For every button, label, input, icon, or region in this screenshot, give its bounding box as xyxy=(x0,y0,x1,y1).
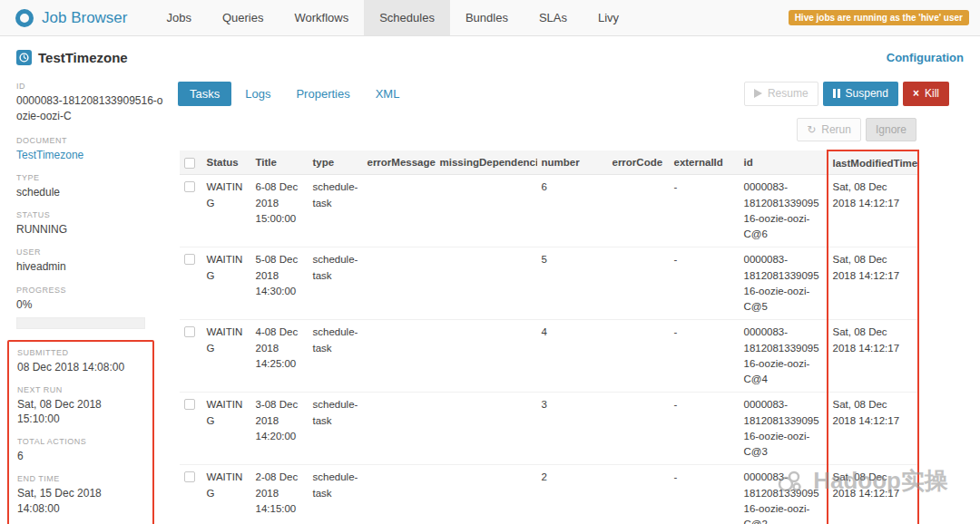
cell-errormessage xyxy=(363,247,436,320)
field-user-label: USER xyxy=(16,247,169,257)
cell-id: 0000083-181208133909516-oozie-oozi-C@5 xyxy=(740,247,828,320)
app-brand[interactable]: Job Browser xyxy=(0,0,151,35)
field-user-value: hiveadmin xyxy=(16,259,169,274)
cell-id: 0000083-181208133909516-oozie-oozi-C@3 xyxy=(740,393,828,465)
table-row[interactable]: WAITING 4-08 Dec 2018 14:25:00 schedule-… xyxy=(180,320,918,393)
row-checkbox[interactable] xyxy=(184,254,195,265)
tasks-table: Status Title type errorMessage missingDe… xyxy=(178,150,919,524)
field-next-run: NEXT RUN Sat, 08 Dec 2018 15:10:00 xyxy=(17,385,144,426)
col-header-missingdependencies: missingDependencies xyxy=(436,150,537,175)
nav-item-bundles[interactable]: Bundles xyxy=(450,0,524,35)
cell-status: WAITING xyxy=(202,247,251,320)
pause-icon xyxy=(833,89,840,98)
row-checkbox[interactable] xyxy=(184,181,195,192)
cell-type: schedule-task xyxy=(309,393,363,465)
schedule-doc-icon xyxy=(16,50,32,65)
field-total-actions-value: 6 xyxy=(17,449,144,463)
x-icon: × xyxy=(913,88,919,99)
play-icon xyxy=(754,89,762,98)
field-document: DOCUMENT TestTimezone xyxy=(16,136,169,162)
progress-bar xyxy=(16,317,145,329)
page-title: TestTimezone xyxy=(38,50,128,65)
nav-item-slas[interactable]: SLAs xyxy=(524,0,583,35)
cell-number: 6 xyxy=(537,175,608,247)
cell-errorcode xyxy=(608,393,670,465)
cell-errorcode xyxy=(608,320,670,393)
table-row[interactable]: WAITING 2-08 Dec 2018 14:15:00 schedule-… xyxy=(180,465,918,524)
field-status: STATUS RUNNING xyxy=(16,210,169,237)
field-type-value: schedule xyxy=(16,185,169,199)
col-header-errormessage: errorMessage xyxy=(363,150,436,175)
cell-status: WAITING xyxy=(202,393,251,465)
field-next-run-value: Sat, 08 Dec 2018 15:10:00 xyxy=(17,397,144,426)
configuration-link[interactable]: Configuration xyxy=(887,51,964,64)
job-action-buttons: Resume Suspend × Kill xyxy=(744,82,964,105)
cell-externalid: - xyxy=(670,247,740,320)
document-link[interactable]: TestTimezone xyxy=(16,148,169,162)
cell-status: WAITING xyxy=(202,175,251,247)
main-panel: Tasks Logs Properties XML Resume Suspend xyxy=(169,73,964,524)
cell-errorcode xyxy=(608,247,670,320)
cell-type: schedule-task xyxy=(309,320,363,393)
cell-number: 2 xyxy=(537,465,608,524)
table-row[interactable]: WAITING 5-08 Dec 2018 14:30:00 schedule-… xyxy=(180,247,918,320)
field-id: ID 0000083-181208133909516-oozie-oozi-C xyxy=(16,82,169,125)
cell-errormessage xyxy=(363,175,436,247)
tab-logs[interactable]: Logs xyxy=(233,82,282,106)
task-action-buttons: ↻ Rerun Ignore xyxy=(178,118,916,141)
suspend-button[interactable]: Suspend xyxy=(823,82,898,105)
field-id-label: ID xyxy=(16,82,169,91)
row-checkbox[interactable] xyxy=(184,326,195,337)
sidebar-annotation-box: SUBMITTED 08 Dec 2018 14:08:00 NEXT RUN … xyxy=(7,340,154,524)
cell-missingdependencies xyxy=(436,247,537,320)
field-id-value: 0000083-181208133909516-oozie-oozi-C xyxy=(16,93,169,125)
table-row[interactable]: WAITING 6-08 Dec 2018 15:00:00 schedule-… xyxy=(180,175,918,247)
cell-type: schedule-task xyxy=(309,175,363,247)
tab-properties[interactable]: Properties xyxy=(284,82,361,106)
cell-title: 3-08 Dec 2018 14:20:00 xyxy=(251,393,309,465)
job-metadata-sidebar: ID 0000083-181208133909516-oozie-oozi-C … xyxy=(16,73,169,524)
field-total-actions-label: TOTAL ACTIONS xyxy=(17,437,144,446)
field-end-time-label: END TIME xyxy=(17,474,144,483)
table-header-row: Status Title type errorMessage missingDe… xyxy=(180,150,918,175)
rerun-button[interactable]: ↻ Rerun xyxy=(797,118,861,141)
col-header-number: number xyxy=(537,150,608,175)
row-checkbox[interactable] xyxy=(184,399,195,410)
ignore-button[interactable]: Ignore xyxy=(866,118,916,141)
kill-button[interactable]: × Kill xyxy=(903,82,949,105)
field-document-label: DOCUMENT xyxy=(16,136,169,145)
nav-item-livy[interactable]: Livy xyxy=(583,0,634,35)
field-submitted-value: 08 Dec 2018 14:08:00 xyxy=(17,360,144,374)
cell-lastmodifiedtime: Sat, 08 Dec 2018 14:12:17 xyxy=(828,247,918,320)
nav-item-queries[interactable]: Queries xyxy=(207,0,279,35)
cell-externalid: - xyxy=(670,465,740,524)
nav-item-jobs[interactable]: Jobs xyxy=(151,0,206,35)
cell-errormessage xyxy=(363,393,436,465)
col-header-lastmodifiedtime: lastModifiedTime xyxy=(828,150,918,175)
top-nav: Jobs Queries Workflows Schedules Bundles… xyxy=(151,0,634,35)
cell-missingdependencies xyxy=(436,175,537,247)
tab-xml[interactable]: XML xyxy=(364,82,412,106)
col-header-type: type xyxy=(309,150,363,175)
row-checkbox[interactable] xyxy=(184,471,195,482)
cell-lastmodifiedtime: Sat, 08 Dec 2018 14:12:17 xyxy=(828,465,918,524)
table-row[interactable]: WAITING 3-08 Dec 2018 14:20:00 schedule-… xyxy=(180,393,918,465)
cell-errorcode xyxy=(608,175,670,247)
field-submitted: SUBMITTED 08 Dec 2018 14:08:00 xyxy=(17,348,144,374)
cell-id: 0000083-181208133909516-oozie-oozi-C@2 xyxy=(740,465,828,524)
resume-button[interactable]: Resume xyxy=(744,82,818,105)
field-total-actions: TOTAL ACTIONS 6 xyxy=(17,437,144,463)
cell-type: schedule-task xyxy=(309,247,363,320)
tab-tasks[interactable]: Tasks xyxy=(178,82,231,106)
cell-errormessage xyxy=(363,320,436,393)
nav-item-workflows[interactable]: Workflows xyxy=(279,0,364,35)
hive-warning-badge: Hive jobs are running as the 'hive' user xyxy=(789,10,969,25)
cell-id: 0000083-181208133909516-oozie-oozi-C@6 xyxy=(740,175,828,247)
nav-item-schedules[interactable]: Schedules xyxy=(364,0,450,35)
cell-number: 4 xyxy=(537,320,608,393)
progress-percent-value: 0% xyxy=(16,297,169,312)
field-status-label: STATUS xyxy=(16,210,169,219)
field-end-time: END TIME Sat, 15 Dec 2018 14:08:00 xyxy=(17,474,144,515)
select-all-checkbox[interactable] xyxy=(184,158,195,169)
field-progress: PROGRESS 0% xyxy=(16,286,169,329)
